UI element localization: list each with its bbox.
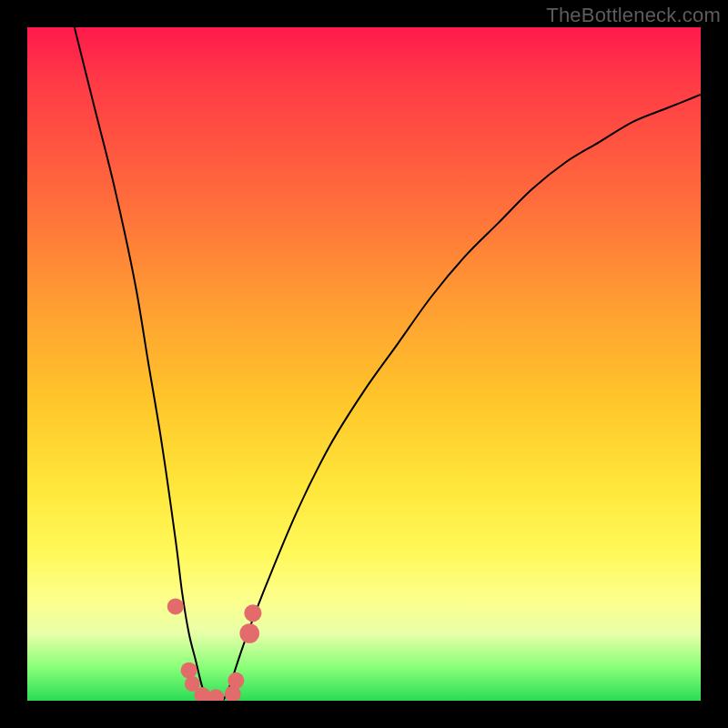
marker-dot bbox=[207, 689, 224, 701]
curve-layer bbox=[27, 27, 701, 701]
chart-frame: TheBottleneck.com bbox=[0, 0, 728, 728]
bottleneck-curve bbox=[75, 27, 701, 701]
watermark-text: TheBottleneck.com bbox=[546, 4, 721, 27]
curve-markers bbox=[167, 598, 262, 701]
marker-dot bbox=[239, 623, 259, 643]
plot-area bbox=[27, 27, 701, 701]
marker-dot bbox=[181, 662, 197, 679]
marker-dot bbox=[167, 598, 184, 614]
marker-dot bbox=[228, 672, 244, 689]
marker-dot bbox=[244, 604, 261, 622]
